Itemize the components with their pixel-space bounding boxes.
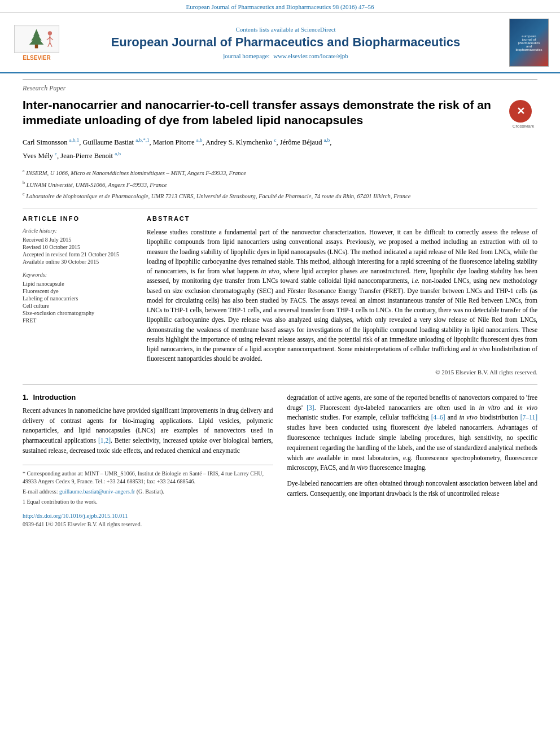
journal-title-center: Contents lists available at ScienceDirec… — [68, 26, 504, 59]
intro-title: Introduction — [33, 393, 76, 401]
author4-sup: c — [274, 137, 277, 143]
journal-header: ELSEVIER Contents lists available at Sci… — [0, 13, 560, 73]
crossmark-icon: ✕ — [509, 100, 532, 123]
affiliations-block: a INSERM, U 1066, Micro et Nanomédicines… — [23, 168, 537, 201]
article-history-label: Article history: — [23, 228, 135, 234]
journal-cover-image: europeanjournal ofpharmaceuticsandbiopha… — [509, 19, 549, 67]
paper-title-section: Inter-nanocarrier and nanocarrier-to-cel… — [23, 97, 537, 129]
abstract-column: ABSTRACT Release studies constitute a fu… — [147, 215, 537, 375]
journal-citation-text: European Journal of Pharmaceutics and Bi… — [186, 3, 374, 10]
author1-sup: a,b,1 — [69, 137, 80, 143]
introduction-section: 1. Introduction Recent advances in nanom… — [23, 393, 537, 528]
crossmark-label: CrossMark — [509, 124, 537, 129]
homepage-line: journal homepage: www.elsevier.com/locat… — [68, 53, 504, 59]
keyword-1: Lipid nanocapsule — [23, 281, 135, 287]
footnote-email-person: (G. Bastiat). — [137, 488, 164, 495]
abstract-heading: ABSTRACT — [147, 215, 537, 222]
ref-3-link[interactable]: [3] — [307, 404, 314, 411]
author2-sup: a,b,*,1 — [135, 137, 149, 143]
elsevier-brand-text: ELSEVIER — [23, 55, 50, 61]
doi-link[interactable]: http://dx.doi.org/10.1016/j.ejpb.2015.10… — [23, 513, 273, 519]
keyword-2: Fluorescent dye — [23, 288, 135, 294]
intro-col-right: degradation of active agents, are some o… — [287, 393, 538, 528]
elsevier-logo-box — [14, 25, 59, 53]
footnote-email: E-mail address: guillaume.bastiat@univ-a… — [23, 488, 273, 496]
keywords-label: Keywords: — [23, 272, 135, 278]
footnotes-section: * Corresponding author at: MINT – UMR_S1… — [23, 465, 273, 506]
author3-sup: a,b — [196, 137, 203, 143]
history-available: Available online 30 October 2015 — [23, 259, 135, 265]
history-received: Received 8 July 2015 — [23, 237, 135, 243]
article-info-abstract-section: ARTICLE INFO Article history: Received 8… — [23, 208, 537, 375]
paper-body: Research Paper Inter-nanocarrier and nan… — [0, 73, 560, 540]
sciencedirect-link[interactable]: ScienceDirect — [301, 26, 336, 33]
contents-label: Contents lists available at — [235, 26, 299, 33]
footnote-star: * — [23, 470, 27, 477]
authors-line: Carl Simonsson a,b,1, Guillaume Bastiat … — [23, 136, 537, 162]
intro-number: 1. — [23, 393, 29, 401]
intro-para-1: Recent advances in nanomedicine have pro… — [23, 406, 273, 456]
intro-para-2: degradation of active agents, are some o… — [287, 393, 538, 474]
intro-col-left: 1. Introduction Recent advances in nanom… — [23, 393, 273, 528]
elsevier-logo: ELSEVIER — [11, 25, 62, 61]
copyright-line: © 2015 Elsevier B.V. All rights reserved… — [147, 369, 537, 375]
elsevier-logo-image — [15, 26, 59, 51]
author5-sup: a,b — [324, 137, 330, 143]
svg-point-5 — [48, 31, 52, 35]
contents-available-line: Contents lists available at ScienceDirec… — [68, 26, 504, 33]
keyword-5: Size-exclusion chromatography — [23, 310, 135, 316]
cover-image-text: europeanjournal ofpharmaceuticsandbiopha… — [514, 33, 543, 53]
footnote-equal-contribution: 1 Equal contribution to the work. — [23, 498, 273, 506]
bottom-links: http://dx.doi.org/10.1016/j.ejpb.2015.10… — [23, 513, 273, 527]
affiliation-c: c Laboratoire de biophotonique et de Pha… — [23, 191, 537, 201]
svg-rect-4 — [35, 45, 38, 48]
history-accepted: Accepted in revised form 21 October 2015 — [23, 251, 135, 257]
affiliation-b: b LUNAM Université, UMR-S1066, Angers F-… — [23, 180, 537, 190]
footnote-email-link[interactable]: guillaume.bastiat@univ-angers.fr — [59, 488, 135, 495]
crossmark-container: ✕ CrossMark — [509, 100, 537, 129]
ref-4-6-link[interactable]: [4–6] — [431, 414, 445, 421]
footnote-corresponding-text: Corresponding author at: MINT – UMR_S106… — [23, 470, 264, 484]
article-info-column: ARTICLE INFO Article history: Received 8… — [23, 215, 135, 375]
journal-title-text: European Journal of Pharmaceutics and Bi… — [68, 35, 504, 50]
paper-type-label: Research Paper — [23, 79, 537, 93]
doi-anchor[interactable]: http://dx.doi.org/10.1016/j.ejpb.2015.10… — [23, 513, 128, 519]
ref-1-2-link[interactable]: [1,2] — [98, 437, 111, 444]
author6-sup: c — [55, 151, 57, 156]
ref-7-11-link[interactable]: [7–11] — [520, 414, 537, 421]
keyword-6: FRET — [23, 317, 135, 324]
intro-heading: 1. Introduction — [23, 393, 273, 401]
footnote-email-label: E-mail address: — [23, 488, 59, 495]
keyword-4: Cell culture — [23, 303, 135, 309]
article-info-heading: ARTICLE INFO — [23, 215, 135, 222]
section-divider — [23, 384, 537, 385]
affiliation-a: a INSERM, U 1066, Micro et Nanomédicines… — [23, 168, 537, 178]
keyword-3: Labeling of nanocarriers — [23, 295, 135, 302]
footnote-corresponding: * Corresponding author at: MINT – UMR_S1… — [23, 470, 273, 486]
keywords-section: Keywords: Lipid nanocapsule Fluorescent … — [23, 272, 135, 324]
issn-line: 0939-641 I/© 2015 Elsevier B.V. All righ… — [23, 521, 273, 527]
journal-citation-bar: European Journal of Pharmaceutics and Bi… — [0, 0, 560, 13]
paper-title: Inter-nanocarrier and nanocarrier-to-cel… — [23, 97, 504, 128]
intro-para-3: Dye-labeled nanocarriers are often obtai… — [287, 479, 538, 499]
homepage-label: journal homepage: — [223, 53, 269, 59]
author7-sup: a,b — [115, 151, 121, 156]
homepage-link[interactable]: www.elsevier.com/locate/ejpb — [273, 53, 348, 59]
abstract-text: Release studies constitute a fundamental… — [147, 228, 537, 364]
history-revised: Revised 10 October 2015 — [23, 244, 135, 250]
